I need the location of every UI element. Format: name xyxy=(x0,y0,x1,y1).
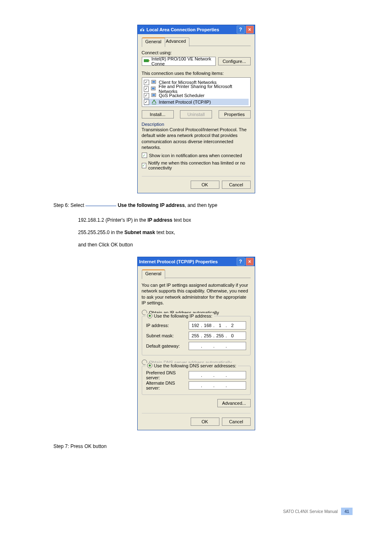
step-bold: IP address xyxy=(148,217,172,223)
checkbox-icon[interactable]: ✓ xyxy=(144,80,149,85)
checkbox-notify[interactable]: ✓ xyxy=(142,163,146,168)
ip-group: Use the following IP address: IP address… xyxy=(142,316,251,355)
ip-octet: 192 xyxy=(191,323,201,328)
svg-rect-3 xyxy=(149,60,150,61)
svg-rect-7 xyxy=(152,88,154,89)
svg-rect-1 xyxy=(143,29,144,31)
footer-manual: Service Manual xyxy=(309,509,338,514)
client-icon xyxy=(151,79,157,85)
step-text: Press OK button xyxy=(70,443,106,449)
pref-dns-label: Preferred DNS server: xyxy=(146,370,189,380)
install-button[interactable]: Install... xyxy=(142,110,174,118)
page-number: 41 xyxy=(341,508,353,515)
checkbox-icon[interactable]: ✓ xyxy=(144,86,149,92)
subnet-input[interactable]: 255. 255. 255. 0 xyxy=(189,332,246,340)
svg-rect-9 xyxy=(152,94,155,96)
step-bold: Use the following IP address xyxy=(118,202,184,208)
cancel-button[interactable]: Cancel xyxy=(222,418,251,426)
items-label: This connection uses the following items… xyxy=(142,71,251,76)
cancel-button[interactable]: Cancel xyxy=(222,181,251,189)
pref-dns-input[interactable]: ... xyxy=(189,371,246,379)
step-6-line3: 255.255.255.0 in the Subnet mask text bo… xyxy=(78,229,355,236)
radio-use-ip[interactable] xyxy=(147,313,152,318)
step-7: Step 7: Press OK button xyxy=(53,443,355,450)
notify-label: Notify me when this connection has limit… xyxy=(148,160,251,170)
description-text: Transmission Control Protocol/Internet P… xyxy=(142,127,249,150)
help-button[interactable]: ? xyxy=(237,26,245,34)
ip-octet: 2 xyxy=(228,323,238,328)
item-label: Internet Protocol (TCP/IP) xyxy=(159,100,211,104)
ip-address-label: IP address: xyxy=(146,323,189,328)
close-button[interactable]: × xyxy=(246,26,254,34)
radio-use-dns[interactable] xyxy=(147,363,152,368)
info-text: You can get IP settings assigned automat… xyxy=(142,282,251,306)
help-button[interactable]: ? xyxy=(237,258,245,266)
svg-rect-5 xyxy=(152,81,155,83)
step-label: Step 7: xyxy=(53,443,69,449)
tab-general[interactable]: General xyxy=(142,37,165,47)
service-icon xyxy=(151,86,157,92)
show-icon-label: Show icon in notification area when conn… xyxy=(149,153,242,158)
step-6-line4: and then Click OK button xyxy=(78,241,355,248)
tab-advanced[interactable]: Advanced xyxy=(162,37,190,46)
ip-octet: 255 xyxy=(215,333,225,338)
titlebar: Local Area Connection Properties ? × xyxy=(138,25,255,34)
items-listbox[interactable]: ✓ Client for Microsoft Networks ✓ File a… xyxy=(142,77,251,107)
gateway-input[interactable]: ... xyxy=(189,342,246,350)
ip-address-input[interactable]: 192. 168. 1. 2 xyxy=(189,321,246,330)
uninstall-button: Uninstall xyxy=(180,110,212,118)
dns-group: Use the following DNS server addresses: … xyxy=(142,366,251,395)
step-text: Select xyxy=(70,202,85,208)
radio-use-ip-label: Use the following IP address: xyxy=(154,313,212,318)
step-6-line2: 192.168.1.2 (Printer's IP) in the IP add… xyxy=(78,216,355,224)
ok-button[interactable]: OK xyxy=(191,181,219,189)
ok-button[interactable]: OK xyxy=(191,418,219,426)
gateway-label: Default gateway: xyxy=(146,343,189,348)
footer-product: SATO CL4NX xyxy=(283,509,308,514)
dialog-title: Local Area Connection Properties xyxy=(147,27,219,32)
ip-octet: 1 xyxy=(215,323,225,328)
adapter-name: Intel(R) PRO/100 VE Network Conne xyxy=(152,56,215,66)
step-text: , and then type xyxy=(185,202,217,208)
list-item-selected[interactable]: ✓ Internet Protocol (TCP/IP) xyxy=(144,99,249,105)
step-text: text box, xyxy=(155,230,175,235)
list-item[interactable]: ✓ File and Printer Sharing for Microsoft… xyxy=(144,86,249,92)
adapter-box: Intel(R) PRO/100 VE Network Conne xyxy=(142,57,216,66)
tab-general[interactable]: General xyxy=(142,269,165,279)
connection-icon xyxy=(139,27,145,32)
close-button[interactable]: × xyxy=(246,258,254,266)
titlebar: Internet Protocol (TCP/IP) Properties ? … xyxy=(138,257,255,266)
item-label: File and Printer Sharing for Microsoft N… xyxy=(159,84,248,94)
protocol-icon xyxy=(151,99,157,105)
subnet-label: Subnet mask: xyxy=(146,333,189,338)
alt-dns-input[interactable]: ... xyxy=(189,381,246,390)
step-text: 192.168.1.2 (Printer's IP) in the xyxy=(78,217,148,223)
description-heading: Description xyxy=(142,122,251,127)
tabstrip: General xyxy=(142,269,251,278)
step-bold: Subnet mask xyxy=(125,230,155,235)
page-footer: SATO CL4NX Service Manual 41 xyxy=(37,508,355,515)
item-label: QoS Packet Scheduler xyxy=(159,93,205,98)
tcpip-properties-dialog: Internet Protocol (TCP/IP) Properties ? … xyxy=(137,257,255,430)
tabstrip: General Advanced xyxy=(142,37,251,46)
ip-octet: 255 xyxy=(203,333,213,338)
radio-use-dns-label: Use the following DNS server addresses: xyxy=(154,363,237,368)
dialog-title: Internet Protocol (TCP/IP) Properties xyxy=(139,259,218,264)
svg-rect-0 xyxy=(140,29,142,31)
lan-properties-dialog: Local Area Connection Properties ? × Gen… xyxy=(137,25,255,193)
advanced-button[interactable]: Advanced... xyxy=(217,399,250,407)
step-label: Step 6: xyxy=(53,202,69,208)
step-text: 255.255.255.0 in the xyxy=(78,230,125,235)
underline-decoration xyxy=(85,206,116,206)
service-icon xyxy=(151,93,157,98)
checkbox-show-icon[interactable]: ✓ xyxy=(142,153,147,158)
checkbox-icon[interactable]: ✓ xyxy=(144,93,149,98)
ip-octet: 255 xyxy=(191,333,201,338)
alt-dns-label: Alternate DNS server: xyxy=(146,381,189,390)
step-text: text box xyxy=(173,217,191,223)
svg-rect-2 xyxy=(144,59,149,62)
properties-button[interactable]: Properties xyxy=(219,110,251,118)
checkbox-icon[interactable]: ✓ xyxy=(144,100,149,105)
configure-button[interactable]: Configure... xyxy=(218,57,251,65)
step-6: Step 6: Select Use the following IP addr… xyxy=(53,202,355,209)
